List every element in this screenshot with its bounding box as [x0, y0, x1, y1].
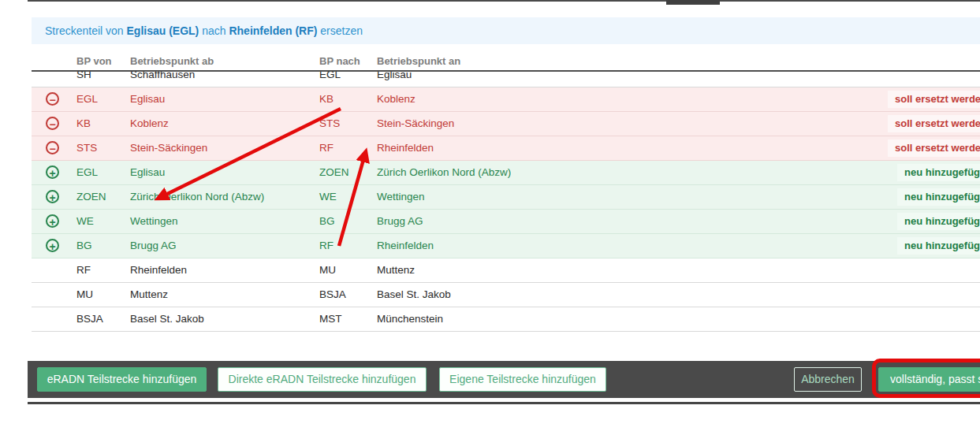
bp-nach-code: BG — [319, 210, 335, 233]
column-header-bp-nach: BP nach — [319, 55, 360, 67]
betriebspunkt-ab: Schaffhausen — [130, 72, 195, 87]
bp-von-code: RF — [76, 258, 91, 282]
route-segments-table: BP von Betriebspunkt ab BP nach Betriebs… — [32, 51, 980, 332]
remove-circle-icon[interactable]: − — [46, 92, 59, 106]
betriebspunkt-an: Koblenz — [377, 87, 415, 111]
banner-suffix: ersetzen — [320, 24, 363, 37]
cancel-button[interactable]: Abbrechen — [794, 367, 862, 392]
betriebspunkt-an: Zürich Oerlikon Nord (Abzw) — [377, 161, 511, 184]
betriebspunkt-an: Münchenstein — [377, 307, 443, 331]
bp-nach-code: EGL — [319, 72, 341, 87]
table-row: MU Muttenz BSJA Basel St. Jakob — [32, 283, 980, 307]
bp-von-code: MU — [76, 283, 93, 307]
betriebspunkt-ab: Brugg AG — [130, 234, 177, 258]
bottom-divider — [28, 402, 980, 404]
table-header: BP von Betriebspunkt ab BP nach Betriebs… — [32, 51, 980, 72]
betriebspunkt-an: Rheinfelden — [377, 136, 434, 160]
betriebspunkt-an: Eglisau — [377, 72, 412, 87]
table-row: + EGL Eglisau ZOEN Zürich Oerlikon Nord … — [32, 161, 980, 185]
status-badge: neu hinzugefügt — [897, 213, 980, 230]
table-row: − EGL Eglisau KB Koblenz soll ersetzt we… — [32, 87, 980, 112]
bp-nach-code: MST — [319, 307, 342, 331]
table-row: + WE Wettingen BG Brugg AG neu hinzugefü… — [32, 210, 980, 234]
status-badge: neu hinzugefügt — [897, 188, 980, 206]
banner-prefix: Streckenteil von — [45, 24, 124, 37]
betriebspunkt-ab: Wettingen — [130, 210, 178, 233]
top-divider — [28, 0, 980, 2]
betriebspunkt-an: Muttenz — [377, 258, 415, 282]
add-circle-icon[interactable]: + — [46, 214, 59, 228]
clipped-row-container: SH Schaffhausen EGL Eglisau — [32, 72, 980, 87]
table-row: − STS Stein-Säckingen RF Rheinfelden sol… — [32, 136, 980, 161]
add-eradn-section-button[interactable]: eRADN Teilstrecke hinzufügen — [37, 367, 207, 392]
bp-von-code: STS — [76, 136, 97, 160]
add-circle-icon[interactable]: + — [46, 190, 59, 203]
banner-middle: nach — [202, 24, 225, 37]
column-header-bp-von: BP von — [76, 55, 112, 67]
betriebspunkt-ab: Basel St. Jakob — [130, 307, 204, 331]
bp-von-code: WE — [76, 210, 94, 233]
replace-route-section-dialog: Streckenteil von Eglisau (EGL) nach Rhei… — [0, 0, 980, 435]
bp-nach-code: WE — [319, 185, 337, 209]
add-custom-section-button[interactable]: Eigene Teilstrecke hinzufügen — [439, 367, 606, 392]
add-circle-icon[interactable]: + — [46, 165, 59, 179]
betriebspunkt-an: Rheinfelden — [377, 234, 434, 258]
status-badge: soll ersetzt werden — [888, 91, 980, 108]
bp-von-code: ZOEN — [76, 185, 106, 209]
banner-replace-section: Streckenteil von Eglisau (EGL) nach Rhei… — [32, 17, 980, 44]
betriebspunkt-ab: Koblenz — [130, 112, 169, 136]
betriebspunkt-an: Basel St. Jakob — [377, 283, 451, 307]
betriebspunkt-an: Brugg AG — [377, 210, 423, 233]
bp-von-code: EGL — [76, 87, 98, 111]
betriebspunkt-ab: Eglisau — [130, 87, 165, 111]
table-row: SH Schaffhausen EGL Eglisau — [32, 72, 980, 87]
bp-nach-code: ZOEN — [319, 161, 349, 184]
column-header-betriebspunkt-an: Betriebspunkt an — [377, 55, 460, 67]
add-direct-eradn-section-button[interactable]: Direkte eRADN Teilstrecke hinzufügen — [218, 367, 427, 392]
table-row: RF Rheinfelden MU Muttenz — [32, 258, 980, 283]
bp-von-code: BSJA — [76, 307, 103, 331]
top-tab-stub — [666, 0, 720, 5]
betriebspunkt-ab: Stein-Säckingen — [130, 136, 207, 160]
banner-from-station: Eglisau (EGL) — [127, 24, 199, 37]
betriebspunkt-ab: Eglisau — [130, 161, 165, 184]
bp-nach-code: BSJA — [319, 283, 346, 307]
status-badge: neu hinzugefügt — [897, 237, 980, 255]
add-circle-icon[interactable]: + — [46, 239, 59, 252]
status-badge: soll ersetzt werden — [888, 115, 980, 132]
table-row: + ZOEN Zürich Oerlikon Nord (Abzw) WE We… — [32, 185, 980, 210]
table-row: BSJA Basel St. Jakob MST Münchenstein — [32, 307, 980, 332]
bp-nach-code: RF — [319, 234, 333, 258]
confirm-complete-button[interactable]: vollständig, passt s — [878, 367, 980, 392]
bp-von-code: EGL — [76, 161, 98, 184]
betriebspunkt-ab: Rheinfelden — [130, 258, 187, 282]
bottom-action-toolbar: eRADN Teilstrecke hinzufügen Direkte eRA… — [28, 361, 980, 398]
bp-nach-code: STS — [319, 112, 340, 136]
bp-von-code: SH — [76, 72, 91, 87]
table-row: + BG Brugg AG RF Rheinfelden neu hinzuge… — [32, 234, 980, 258]
bp-nach-code: MU — [319, 258, 336, 282]
status-badge: soll ersetzt werden — [888, 139, 980, 157]
table-row: − KB Koblenz STS Stein-Säckingen soll er… — [32, 112, 980, 136]
bp-von-code: BG — [76, 234, 92, 258]
bp-nach-code: RF — [319, 136, 333, 160]
betriebspunkt-an: Stein-Säckingen — [377, 112, 454, 136]
banner-to-station: Rheinfelden (RF) — [229, 24, 317, 37]
remove-circle-icon[interactable]: − — [46, 141, 59, 154]
status-badge: neu hinzugefügt — [897, 164, 980, 181]
betriebspunkt-an: Wettingen — [377, 185, 425, 209]
bp-von-code: KB — [76, 112, 91, 136]
bp-nach-code: KB — [319, 87, 333, 111]
column-header-betriebspunkt-ab: Betriebspunkt ab — [130, 55, 214, 67]
remove-circle-icon[interactable]: − — [46, 117, 59, 130]
betriebspunkt-ab: Zürich Oerlikon Nord (Abzw) — [130, 185, 264, 209]
betriebspunkt-ab: Muttenz — [130, 283, 168, 307]
